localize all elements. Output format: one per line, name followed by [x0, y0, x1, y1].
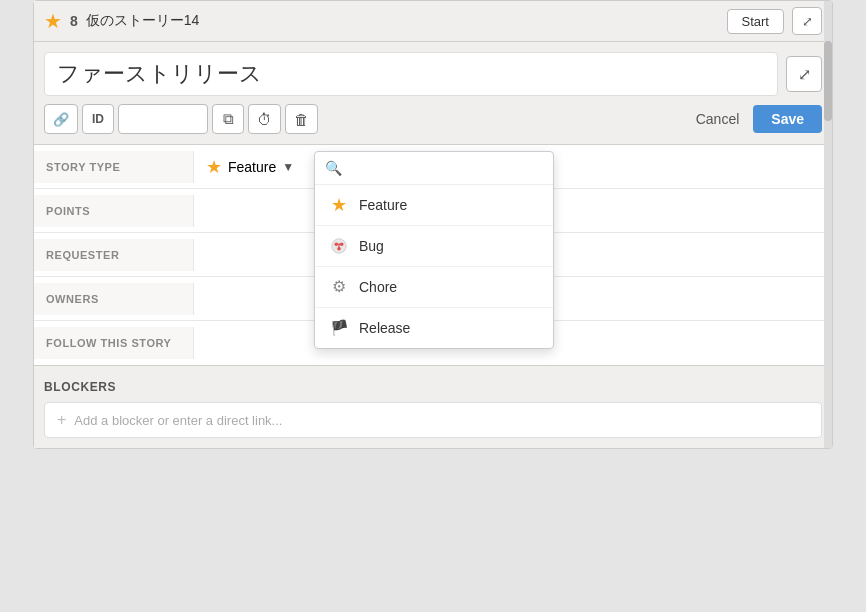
search-icon: 🔍 [325, 160, 342, 176]
trash-icon: 🗑 [294, 111, 309, 128]
blockers-add-placeholder: Add a blocker or enter a direct link... [74, 413, 282, 428]
story-type-row: STORY TYPE ★ Feature ▼ 🔍 [34, 145, 832, 189]
dropdown-item-feature[interactable]: ★ Feature [315, 185, 553, 226]
scrollbar-thumb[interactable] [824, 41, 832, 121]
bug-icon [329, 236, 349, 256]
story-title-top: 仮のストーリー14 [86, 12, 719, 30]
id-button[interactable]: ID [82, 104, 114, 134]
clock-button[interactable]: ⏱ [248, 104, 281, 134]
form-table: STORY TYPE ★ Feature ▼ 🔍 [34, 144, 832, 366]
top-bar: ★ 8 仮のストーリー14 Start ⤢ [34, 1, 832, 42]
expand-top-button[interactable]: ⤢ [792, 7, 822, 35]
story-type-label: STORY TYPE [34, 151, 194, 183]
blockers-section: BLOCKERS + Add a blocker or enter a dire… [34, 366, 832, 448]
blockers-add-row[interactable]: + Add a blocker or enter a direct link..… [44, 402, 822, 438]
copy-icon: ⧉ [223, 110, 234, 128]
dropdown-item-chore[interactable]: ⚙ Chore [315, 267, 553, 308]
feature-star-icon: ★ [206, 156, 222, 178]
selected-story-type: Feature [228, 159, 276, 175]
dropdown-item-bug[interactable]: Bug [315, 226, 553, 267]
story-number: 8 [70, 13, 78, 29]
points-label: POINTS [34, 195, 194, 227]
toolbar: 🔗 ID ⧉ ⏱ 🗑 Cancel Save [34, 104, 832, 144]
link-icon: 🔗 [53, 112, 69, 127]
scrollbar-track[interactable] [824, 1, 832, 448]
story-type-value[interactable]: ★ Feature ▼ 🔍 ★ [194, 146, 832, 188]
expand-arrows-icon: ⤢ [798, 65, 811, 84]
dropdown-arrow-icon: ▼ [282, 160, 294, 174]
gear-icon: ⚙ [329, 277, 349, 297]
requester-label: REQUESTER [34, 239, 194, 271]
story-type-star-icon: ★ [44, 9, 62, 33]
start-button[interactable]: Start [727, 9, 784, 34]
link-button[interactable]: 🔗 [44, 104, 78, 134]
dropdown-item-release[interactable]: 🏴 Release [315, 308, 553, 348]
follow-label: FOLLOW THIS STORY [34, 327, 194, 359]
dropdown-item-bug-label: Bug [359, 238, 384, 254]
clock-icon: ⏱ [257, 111, 272, 128]
trash-button[interactable]: 🗑 [285, 104, 318, 134]
expand-icon-button[interactable]: ⤢ [786, 56, 822, 92]
save-button[interactable]: Save [753, 105, 822, 133]
feature-icon: ★ [329, 195, 349, 215]
dropdown-item-chore-label: Chore [359, 279, 397, 295]
dropdown-search-input[interactable] [350, 160, 543, 176]
dropdown-item-release-label: Release [359, 320, 410, 336]
add-blocker-icon: + [57, 411, 66, 429]
title-area: ⤢ [34, 42, 832, 104]
story-title-input[interactable] [44, 52, 778, 96]
blockers-title: BLOCKERS [44, 380, 822, 394]
dropdown-search-bar: 🔍 [315, 152, 553, 185]
cancel-button[interactable]: Cancel [686, 106, 750, 132]
flag-icon: 🏴 [329, 318, 349, 338]
story-type-dropdown: 🔍 ★ Feature [314, 151, 554, 349]
copy-button[interactable]: ⧉ [212, 104, 244, 134]
id-input[interactable] [118, 104, 208, 134]
owners-label: OWNERS [34, 283, 194, 315]
dropdown-item-feature-label: Feature [359, 197, 407, 213]
